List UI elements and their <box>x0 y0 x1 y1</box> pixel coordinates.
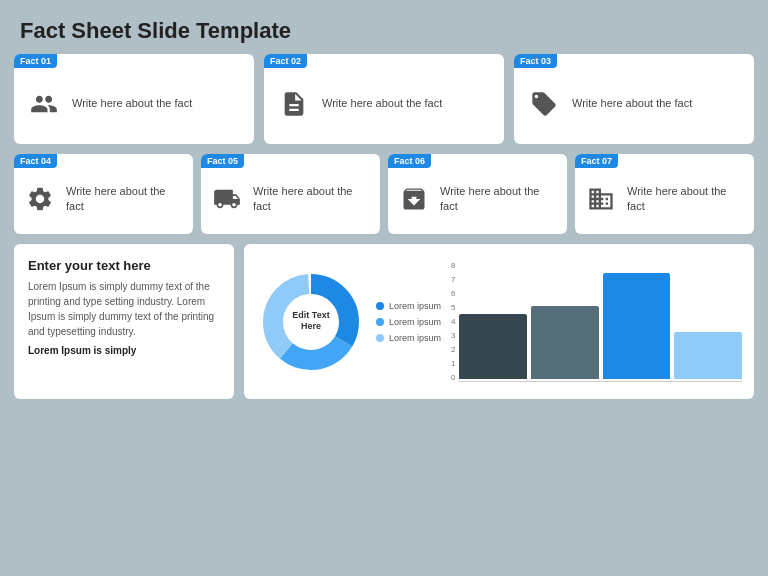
bar-chart-y-axis: 0 1 2 3 4 5 6 7 8 <box>451 262 459 382</box>
legend-dot-3 <box>376 334 384 342</box>
y-label-5: 5 <box>451 304 455 312</box>
document-icon <box>276 86 312 122</box>
y-label-0: 0 <box>451 374 455 382</box>
fact-text-03: Write here about the fact <box>572 96 692 111</box>
fact-badge-01: Fact 01 <box>14 54 57 68</box>
row2-facts: Fact 04 Write here about the fact Fact 0… <box>14 154 754 234</box>
text-card: Enter your text here Lorem Ipsum is simp… <box>14 244 234 399</box>
legend-label-2: Lorem ipsum <box>389 317 441 327</box>
y-label-8: 8 <box>451 262 455 270</box>
legend-label-1: Lorem ipsum <box>389 301 441 311</box>
fact-badge-04: Fact 04 <box>14 154 57 168</box>
fact-badge-06: Fact 06 <box>388 154 431 168</box>
donut-center-label: Edit TextHere <box>292 310 329 333</box>
legend-dot-1 <box>376 302 384 310</box>
chart-card: Edit TextHere Lorem ipsum Lorem ipsum Lo… <box>244 244 754 399</box>
fact-text-01: Write here about the fact <box>72 96 192 111</box>
bar-4 <box>674 332 742 379</box>
legend-item-3: Lorem ipsum <box>376 333 441 343</box>
legend-item-2: Lorem ipsum <box>376 317 441 327</box>
legend-dot-2 <box>376 318 384 326</box>
fact-badge-03: Fact 03 <box>514 54 557 68</box>
y-label-4: 4 <box>451 318 455 326</box>
fact-card-06[interactable]: Fact 06 Write here about the fact <box>388 154 567 234</box>
y-label-6: 6 <box>451 290 455 298</box>
fact-card-07[interactable]: Fact 07 Write here about the fact <box>575 154 754 234</box>
y-label-7: 7 <box>451 276 455 284</box>
text-card-footer: Lorem Ipsum is simply <box>28 345 220 356</box>
fact-text-04: Write here about the fact <box>66 184 185 215</box>
legend-item-1: Lorem ipsum <box>376 301 441 311</box>
fact-text-02: Write here about the fact <box>322 96 442 111</box>
page-title: Fact Sheet Slide Template <box>0 0 768 54</box>
fact-badge-05: Fact 05 <box>201 154 244 168</box>
fact-card-02[interactable]: Fact 02 Write here about the fact <box>264 54 504 144</box>
fact-text-05: Write here about the fact <box>253 184 372 215</box>
fact-card-03[interactable]: Fact 03 Write here about the fact <box>514 54 754 144</box>
bar-chart: 0 1 2 3 4 5 6 7 8 <box>451 262 742 382</box>
row3-bottom: Enter your text here Lorem Ipsum is simp… <box>14 244 754 399</box>
settings-icon <box>22 181 58 217</box>
truck-icon <box>209 181 245 217</box>
tag-icon <box>526 86 562 122</box>
y-label-3: 3 <box>451 332 455 340</box>
fact-text-07: Write here about the fact <box>627 184 746 215</box>
people-icon <box>26 86 62 122</box>
fact-text-06: Write here about the fact <box>440 184 559 215</box>
fact-card-01[interactable]: Fact 01 Write here about the fact <box>14 54 254 144</box>
fact-badge-02: Fact 02 <box>264 54 307 68</box>
box-icon <box>396 181 432 217</box>
y-label-1: 1 <box>451 360 455 368</box>
text-card-body: Lorem Ipsum is simply dummy text of the … <box>28 279 220 339</box>
bar-2 <box>531 306 599 379</box>
bar-3 <box>603 273 671 378</box>
building-icon <box>583 181 619 217</box>
donut-chart: Edit TextHere <box>256 267 366 377</box>
fact-card-04[interactable]: Fact 04 Write here about the fact <box>14 154 193 234</box>
y-label-2: 2 <box>451 346 455 354</box>
text-card-title: Enter your text here <box>28 258 220 273</box>
bar-1 <box>459 314 527 378</box>
fact-card-05[interactable]: Fact 05 Write here about the fact <box>201 154 380 234</box>
chart-legend: Lorem ipsum Lorem ipsum Lorem ipsum <box>376 301 441 343</box>
row1-facts: Fact 01 Write here about the fact Fact 0… <box>14 54 754 144</box>
legend-label-3: Lorem ipsum <box>389 333 441 343</box>
fact-badge-07: Fact 07 <box>575 154 618 168</box>
